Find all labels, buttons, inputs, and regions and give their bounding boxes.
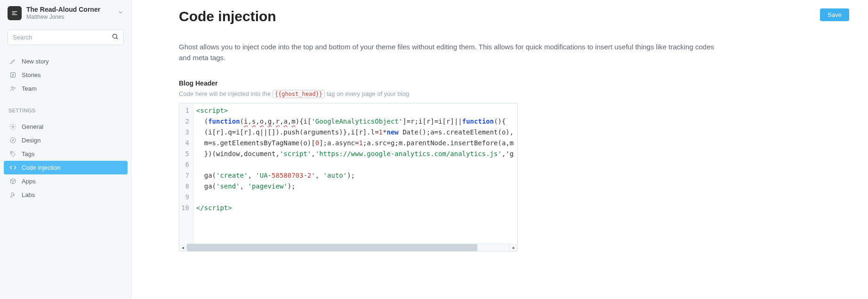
help-suffix: tag on every page of your blog bbox=[325, 90, 409, 97]
nav-item-apps[interactable]: Apps bbox=[0, 174, 131, 188]
ghost-head-tag: {{ghost_head}} bbox=[273, 90, 325, 98]
svg-point-9 bbox=[11, 87, 13, 88]
gear-icon bbox=[8, 123, 17, 130]
page-description: Ghost allows you to inject code into the… bbox=[179, 41, 715, 63]
blog-switcher[interactable]: The Read-Aloud Corner Matthew Jones bbox=[0, 0, 131, 26]
nav-item-labs[interactable]: Labs bbox=[0, 188, 131, 202]
svg-line-4 bbox=[116, 38, 118, 39]
blog-author: Matthew Jones bbox=[26, 14, 117, 20]
scroll-left-icon[interactable]: ◂ bbox=[179, 244, 187, 251]
blog-header-help: Code here will be injected into the {{gh… bbox=[179, 90, 849, 98]
search-icon bbox=[112, 33, 119, 42]
help-prefix: Code here will be injected into the bbox=[179, 90, 273, 97]
blog-title: The Read-Aloud Corner bbox=[26, 6, 117, 13]
pencil-icon bbox=[8, 58, 17, 65]
svg-point-12 bbox=[10, 138, 15, 143]
nav-label: Design bbox=[22, 137, 40, 144]
nav-label: Stories bbox=[22, 71, 40, 79]
wrench-icon bbox=[8, 191, 17, 198]
code-editor[interactable]: 12345678910 <script> (function(i,s,o,g,r… bbox=[179, 103, 518, 252]
compass-icon bbox=[8, 137, 17, 144]
svg-marker-13 bbox=[12, 140, 14, 142]
nav-label: Labs bbox=[22, 191, 35, 198]
nav-item-tags[interactable]: Tags bbox=[0, 147, 131, 161]
nav-label: Apps bbox=[22, 178, 36, 185]
nav-label: Tags bbox=[22, 150, 34, 157]
save-button[interactable]: Save bbox=[820, 8, 849, 21]
settings-label: SETTINGS bbox=[0, 99, 131, 116]
nav-item-team[interactable]: Team bbox=[0, 82, 131, 95]
code-gutter: 12345678910 bbox=[179, 103, 193, 244]
scroll-track[interactable] bbox=[187, 244, 510, 251]
list-icon bbox=[8, 71, 17, 79]
blog-titles: The Read-Aloud Corner Matthew Jones bbox=[26, 6, 117, 20]
nav-label: General bbox=[22, 123, 43, 130]
nav-item-code-injection[interactable]: Code injection bbox=[4, 161, 128, 174]
nav-content: New story Stories Team bbox=[0, 51, 131, 99]
search-box[interactable] bbox=[8, 30, 124, 45]
svg-point-3 bbox=[113, 34, 117, 39]
horizontal-scrollbar[interactable]: ◂ ▸ bbox=[179, 244, 517, 251]
tag-icon bbox=[8, 150, 17, 157]
chevron-down-icon bbox=[117, 9, 124, 17]
box-icon bbox=[8, 178, 17, 185]
page-title: Code injection bbox=[179, 8, 276, 24]
svg-point-10 bbox=[14, 87, 15, 89]
scroll-right-icon[interactable]: ▸ bbox=[510, 244, 517, 251]
sidebar: The Read-Aloud Corner Matthew Jones New … bbox=[0, 0, 132, 299]
nav-label: Code injection bbox=[22, 164, 60, 171]
scroll-thumb[interactable] bbox=[187, 244, 477, 251]
search-input[interactable] bbox=[13, 34, 112, 41]
blog-logo-icon bbox=[8, 6, 22, 20]
team-icon bbox=[8, 85, 17, 92]
nav-settings: General Design Tags Code injection Apps bbox=[0, 116, 131, 205]
code-lines[interactable]: <script> (function(i,s,o,g,r,a,m){i['Goo… bbox=[193, 103, 517, 244]
blog-header-title: Blog Header bbox=[179, 79, 849, 87]
nav-item-general[interactable]: General bbox=[0, 120, 131, 134]
nav-label: Team bbox=[22, 85, 37, 92]
code-icon bbox=[8, 164, 17, 171]
nav-item-design[interactable]: Design bbox=[0, 134, 131, 147]
svg-point-14 bbox=[11, 152, 12, 153]
nav-label: New story bbox=[22, 58, 49, 65]
nav-item-stories[interactable]: Stories bbox=[0, 68, 131, 82]
svg-point-11 bbox=[12, 126, 14, 128]
main-content: Code injection Save Ghost allows you to … bbox=[132, 0, 868, 299]
nav-item-new-story[interactable]: New story bbox=[0, 55, 131, 68]
